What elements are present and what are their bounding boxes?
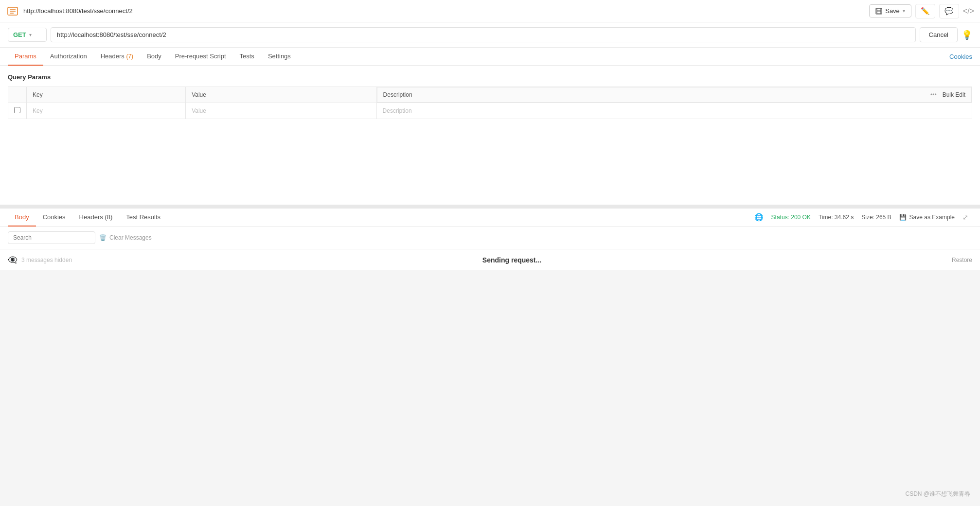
cancel-button[interactable]: Cancel xyxy=(920,27,958,42)
row-checkbox[interactable] xyxy=(14,107,20,113)
time-label: Time: 34.62 s xyxy=(819,214,854,221)
search-input[interactable] xyxy=(8,231,95,244)
response-status-bar: 🌐 Status: 200 OK Time: 34.62 s Size: 265… xyxy=(750,213,972,222)
save-icon xyxy=(875,8,882,15)
save-example-button[interactable]: 💾 Save as Example xyxy=(899,214,955,221)
key-cell[interactable]: Key xyxy=(27,103,186,119)
app-icon xyxy=(6,4,19,18)
save-chevron: ▾ xyxy=(903,8,905,14)
hidden-icon: 👁️‍🗨️ xyxy=(8,255,18,264)
empty-space xyxy=(0,127,980,205)
method-chevron: ▾ xyxy=(29,32,32,37)
main-content: Query Params Key Value Description ••• B… xyxy=(0,66,980,127)
tab-headers[interactable]: Headers (7) xyxy=(94,48,140,66)
checkbox-header xyxy=(8,87,27,103)
value-column-header: Value xyxy=(186,87,376,103)
tab-pre-request-script[interactable]: Pre-request Script xyxy=(168,48,233,66)
response-toolbar: 🗑️ Clear Messages xyxy=(0,227,980,249)
clear-messages-button[interactable]: 🗑️ Clear Messages xyxy=(99,234,152,241)
sending-request-label: Sending request... xyxy=(76,256,948,264)
save-example-icon: 💾 xyxy=(899,214,907,221)
tabs-bar: Params Authorization Headers (7) Body Pr… xyxy=(0,48,980,66)
tab-params[interactable]: Params xyxy=(8,48,43,66)
response-tab-body[interactable]: Body xyxy=(8,209,36,227)
globe-icon: 🌐 xyxy=(754,213,764,222)
response-tab-headers[interactable]: Headers (8) xyxy=(72,209,120,227)
description-column-header: Description ••• Bulk Edit xyxy=(377,87,972,103)
response-tab-cookies[interactable]: Cookies xyxy=(36,209,72,227)
tab-body[interactable]: Body xyxy=(140,48,168,66)
cookies-link[interactable]: Cookies xyxy=(949,48,972,65)
save-button[interactable]: Save ▾ xyxy=(869,4,911,17)
top-bar-url: http://localhost:8080/test/sse/connect/2 xyxy=(23,7,869,15)
expand-icon[interactable]: ⤢ xyxy=(962,213,968,221)
query-params-table: Key Value Description ••• Bulk Edit xyxy=(8,87,972,119)
restore-button[interactable]: Restore xyxy=(952,257,972,263)
response-area: Body Cookies Headers (8) Test Results 🌐 … xyxy=(0,207,980,270)
key-column-header: Key xyxy=(27,87,186,103)
comment-icon-button[interactable]: 💬 xyxy=(939,4,959,18)
headers-badge: (7) xyxy=(126,53,133,60)
method-label: GET xyxy=(13,31,26,38)
value-cell[interactable]: Value xyxy=(186,103,376,119)
response-tab-test-results[interactable]: Test Results xyxy=(119,209,167,227)
row-checkbox-cell[interactable] xyxy=(8,103,27,119)
svg-rect-6 xyxy=(877,11,881,14)
top-bar: http://localhost:8080/test/sse/connect/2… xyxy=(0,0,980,22)
response-tabs-bar: Body Cookies Headers (8) Test Results 🌐 … xyxy=(0,209,980,227)
bottom-credit: CSDN @谁不想飞舞青春 xyxy=(905,490,970,498)
description-cell[interactable]: Description xyxy=(376,103,972,119)
method-select[interactable]: GET ▾ xyxy=(8,28,47,42)
tab-authorization[interactable]: Authorization xyxy=(43,48,94,66)
bulb-icon: 💡 xyxy=(962,30,972,40)
bulk-edit-button[interactable]: Bulk Edit xyxy=(943,91,965,98)
hidden-messages-row: 👁️‍🗨️ 3 messages hidden Sending request.… xyxy=(0,249,980,270)
table-row: Key Value Description xyxy=(8,103,972,119)
save-label: Save xyxy=(885,7,900,15)
tab-tests[interactable]: Tests xyxy=(233,48,261,66)
dots-menu[interactable]: ••• xyxy=(930,91,937,98)
hidden-messages-label: 3 messages hidden xyxy=(21,257,72,263)
top-bar-actions: Save ▾ ✏️ 💬 </> xyxy=(869,4,974,18)
code-icon[interactable]: </> xyxy=(963,7,974,16)
query-params-title: Query Params xyxy=(8,73,972,81)
status-ok-label: Status: 200 OK xyxy=(771,214,811,221)
url-input[interactable] xyxy=(51,27,916,42)
tab-settings[interactable]: Settings xyxy=(261,48,298,66)
edit-icon-button[interactable]: ✏️ xyxy=(915,4,935,18)
size-label: Size: 265 B xyxy=(861,214,891,221)
trash-icon: 🗑️ xyxy=(99,234,107,241)
svg-rect-5 xyxy=(877,8,881,11)
request-bar: GET ▾ Cancel 💡 xyxy=(0,22,980,48)
